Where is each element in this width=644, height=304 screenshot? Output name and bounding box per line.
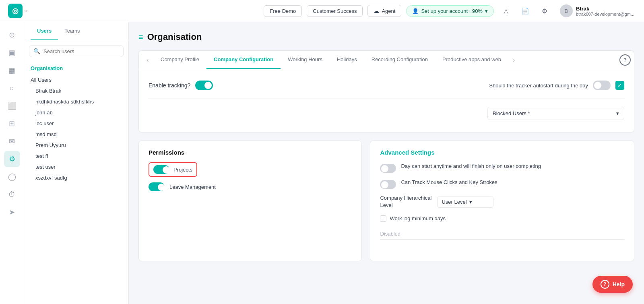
two-col-content: Permissions Projects Leave Management Ad…: [138, 141, 634, 261]
agent-icon: ☁: [374, 8, 379, 14]
search-icon: 🔍: [33, 48, 40, 54]
sidebar-item-user[interactable]: ○: [4, 80, 20, 96]
list-item[interactable]: john ab: [24, 107, 128, 118]
person-icon: 👤: [412, 8, 419, 14]
hierarchical-select[interactable]: User Level ▾: [437, 196, 493, 208]
avatar: B: [560, 4, 573, 17]
projects-label: Projects: [173, 167, 192, 173]
help-button[interactable]: ? Help: [592, 276, 633, 293]
day-anytime-toggle[interactable]: [380, 164, 396, 173]
blocked-users-label: Blocked Users *: [493, 110, 530, 116]
app-layout: ⊙ ▣ ▦ ○ ⬜ ⊞ ✉ ⚙ ◯ ⏱ ➤ Users Teams 🔍 Orga…: [0, 22, 644, 304]
sidebar-item-settings[interactable]: ⚙: [4, 151, 20, 167]
main-content: ≡ Organisation ‹ Company Profile Company…: [129, 22, 644, 304]
blocked-dropdown-arrow: ▾: [616, 110, 619, 116]
sidebar-item-person2[interactable]: ◯: [4, 169, 20, 185]
chevron-down-icon: ▾: [485, 8, 488, 14]
worklog-label: Work log minimum days: [390, 215, 445, 223]
sidebar-item-mail[interactable]: ✉: [4, 133, 20, 149]
users-panel: Users Teams 🔍 Organisation All Users Btr…: [24, 22, 129, 304]
menu-icon: ≡: [138, 33, 143, 42]
sidebar-item-briefcase[interactable]: ⬜: [4, 98, 20, 114]
tab-users[interactable]: Users: [31, 22, 58, 40]
page-title-area: ≡ Organisation: [138, 32, 634, 42]
sidebar-item-calendar[interactable]: ▦: [4, 62, 20, 79]
alert-icon[interactable]: △: [499, 4, 513, 18]
mouse-track-toggle[interactable]: [380, 180, 396, 189]
hierarchical-value: User Level: [442, 199, 466, 205]
icon-sidebar: ⊙ ▣ ▦ ○ ⬜ ⊞ ✉ ⚙ ◯ ⏱ ➤: [0, 22, 24, 304]
free-demo-button[interactable]: Free Demo: [264, 5, 302, 17]
tab-recording-config[interactable]: Recording Configuration: [364, 51, 435, 69]
list-item[interactable]: hkdhkdhaskda sdkhsfkhs: [24, 96, 128, 107]
hierarchical-label: Company Hierarchical Level: [380, 194, 432, 209]
top-nav: ◎ » Free Demo Customer Success ☁ Agent 👤…: [0, 0, 644, 22]
tab-company-config[interactable]: Company Configuration: [206, 51, 281, 69]
permission-projects: Projects: [149, 162, 352, 177]
hierarchical-row: Company Hierarchical Level User Level ▾: [380, 194, 624, 209]
select-arrow: ▾: [469, 199, 472, 205]
sidebar-item-monitor[interactable]: ▣: [4, 45, 20, 61]
customer-success-button[interactable]: Customer Success: [307, 5, 363, 17]
tracking-row: Enable tracking? Should the tracker auto…: [149, 77, 624, 99]
permissions-card: Permissions Projects Leave Management: [138, 141, 362, 261]
enable-tracking-toggle[interactable]: [195, 81, 213, 90]
mouse-track-label: Can Track Mouse Clicks and Key Strokes: [401, 178, 497, 186]
list-item[interactable]: Btrak Btrak: [24, 85, 128, 96]
permission-leave: Leave Management: [149, 182, 352, 191]
page-title: Organisation: [147, 32, 202, 42]
help-label: Help: [613, 281, 625, 287]
list-item[interactable]: test ff: [24, 151, 128, 161]
org-tabs: ‹ Company Profile Company Configuration …: [139, 51, 634, 69]
day-anytime-label: Day can start anytime and will finish on…: [401, 162, 541, 170]
advanced-settings-card: Advanced Settings Day can start anytime …: [370, 141, 634, 261]
list-item[interactable]: msd msd: [24, 129, 128, 140]
sidebar-item-team[interactable]: ⊞: [4, 116, 20, 132]
list-item[interactable]: test user: [24, 161, 128, 172]
mouse-track-row: Can Track Mouse Clicks and Key Strokes: [380, 178, 624, 189]
leave-label: Leave Management: [169, 184, 216, 190]
tab-working-hours[interactable]: Working Hours: [281, 51, 330, 69]
tab-next-arrow[interactable]: ›: [508, 54, 520, 66]
all-users-label[interactable]: All Users: [24, 74, 128, 85]
tab-holidays[interactable]: Holidays: [330, 51, 364, 69]
help-question-icon[interactable]: ?: [619, 54, 631, 66]
permissions-title: Permissions: [149, 149, 352, 156]
autostart-checkbox[interactable]: ✓: [615, 81, 624, 90]
agent-button[interactable]: ☁ Agent: [367, 5, 401, 17]
tracking-section: Enable tracking? Should the tracker auto…: [138, 69, 634, 132]
user-email: btrak607-development@gm...: [576, 12, 634, 17]
tab-prev-arrow[interactable]: ‹: [142, 54, 153, 66]
leave-toggle[interactable]: [149, 182, 165, 191]
user-area[interactable]: B Btrak btrak607-development@gm...: [557, 3, 638, 19]
worklog-checkbox[interactable]: [380, 215, 386, 222]
tab-productive-apps[interactable]: Productive apps and web: [435, 51, 508, 69]
list-item[interactable]: xszdxvf sadfg: [24, 172, 128, 183]
help-icon: ?: [601, 280, 609, 289]
organisation-label[interactable]: Organisation: [24, 62, 128, 74]
gear-icon[interactable]: ⚙: [537, 4, 552, 18]
enable-tracking-label: Enable tracking?: [149, 82, 190, 89]
user-name: Btrak: [576, 6, 634, 12]
day-anytime-row: Day can start anytime and will finish on…: [380, 162, 624, 173]
autostart-label: Should the tracker autostart during the …: [489, 83, 588, 89]
sidebar-item-clock[interactable]: ⏱: [4, 186, 20, 203]
logo-icon: ◎: [8, 4, 23, 18]
disabled-field: Disabled: [380, 228, 624, 240]
search-input[interactable]: [43, 48, 119, 54]
autostart-toggle[interactable]: [593, 81, 611, 90]
sidebar-item-send[interactable]: ➤: [4, 204, 20, 220]
document-icon[interactable]: 📄: [518, 4, 533, 18]
panel-tabs: Users Teams: [24, 22, 128, 40]
advanced-title: Advanced Settings: [380, 149, 624, 156]
setup-button[interactable]: 👤 Set up your account : 90% ▾: [406, 5, 493, 17]
list-item[interactable]: Prem Uyyuru: [24, 140, 128, 151]
tab-company-profile[interactable]: Company Profile: [153, 51, 206, 69]
search-bar: 🔍: [29, 45, 124, 57]
blocked-users-dropdown[interactable]: Blocked Users * ▾: [487, 107, 624, 120]
list-item[interactable]: loc user: [24, 118, 128, 129]
logo-area: ◎ »: [6, 4, 29, 18]
tab-teams[interactable]: Teams: [58, 22, 86, 40]
projects-toggle[interactable]: [153, 165, 169, 174]
sidebar-item-dashboard[interactable]: ⊙: [4, 27, 20, 43]
